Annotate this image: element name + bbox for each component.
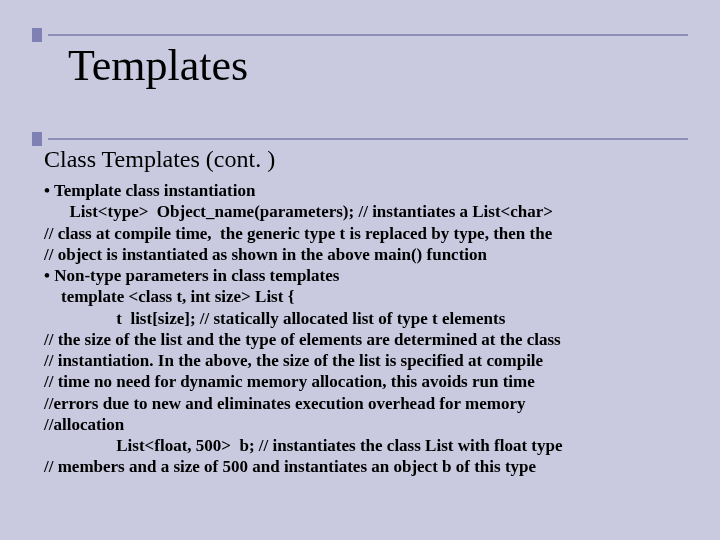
rule-line: [48, 138, 688, 140]
body-line: • Non-type parameters in class templates: [44, 265, 684, 286]
body-line: // class at compile time, the generic ty…: [44, 223, 684, 244]
body-line: //allocation: [44, 414, 684, 435]
body-line: List<float, 500> b; // instantiates the …: [44, 435, 684, 456]
rule-line: [48, 34, 688, 36]
body-line: template <class t, int size> List {: [44, 286, 684, 307]
body-line: • Template class instantiation: [44, 180, 684, 201]
rule-tick: [32, 132, 42, 146]
slide-body: • Template class instantiation List<type…: [44, 180, 684, 478]
body-line: //errors due to new and eliminates execu…: [44, 393, 684, 414]
slide: Templates Class Templates (cont. ) • Tem…: [0, 0, 720, 540]
body-line: // object is instantiated as shown in th…: [44, 244, 684, 265]
rule-tick: [32, 28, 42, 42]
mid-rule: [32, 132, 688, 146]
slide-subtitle: Class Templates (cont. ): [44, 146, 275, 173]
body-line: t list[size]; // statically allocated li…: [44, 308, 684, 329]
body-line: // the size of the list and the type of …: [44, 329, 684, 350]
slide-title: Templates: [68, 40, 248, 91]
body-line: List<type> Object_name(parameters); // i…: [44, 201, 684, 222]
body-line: // time no need for dynamic memory alloc…: [44, 371, 684, 392]
body-line: // members and a size of 500 and instant…: [44, 456, 684, 477]
body-line: // instantiation. In the above, the size…: [44, 350, 684, 371]
